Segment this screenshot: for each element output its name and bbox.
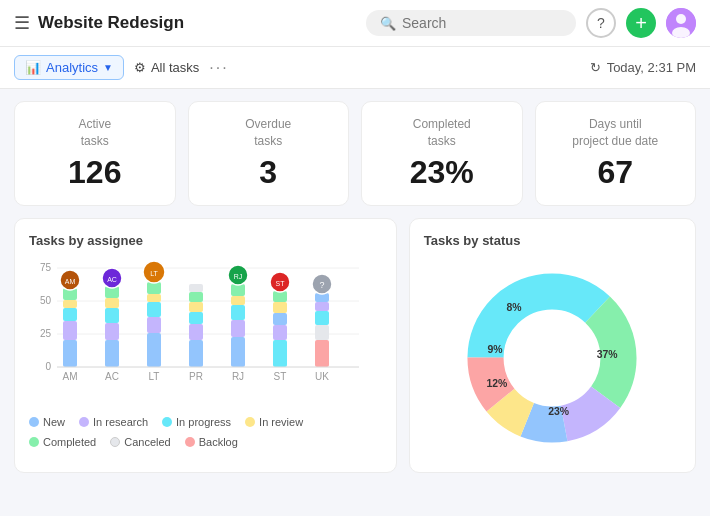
legend-in-review-dot [245, 417, 255, 427]
svg-rect-45 [315, 302, 329, 311]
svg-rect-33 [231, 320, 245, 337]
svg-text:LT: LT [149, 371, 160, 382]
svg-text:UK: UK [315, 371, 329, 382]
svg-text:23%: 23% [549, 406, 570, 417]
svg-rect-39 [273, 313, 287, 325]
donut-chart-card: Tasks by status [409, 218, 696, 473]
charts-row: Tasks by assignee 75 50 25 0 [0, 218, 710, 485]
legend-completed: Completed [29, 436, 96, 448]
svg-text:50: 50 [40, 295, 52, 306]
legend-new: New [29, 416, 65, 428]
svg-text:9%: 9% [488, 344, 503, 355]
svg-rect-16 [105, 340, 119, 367]
svg-rect-14 [63, 300, 77, 308]
svg-text:25: 25 [40, 328, 52, 339]
toolbar: 📊 Analytics ▼ ⚙ All tasks ··· ↻ Today, 2… [0, 47, 710, 89]
legend-in-research: In research [79, 416, 148, 428]
legend-canceled: Canceled [110, 436, 170, 448]
svg-rect-11 [63, 340, 77, 367]
stat-overdue-value: 3 [205, 154, 333, 191]
svg-rect-32 [231, 337, 245, 367]
search-input[interactable] [402, 15, 562, 31]
svg-point-73 [505, 310, 600, 405]
header: ☰ Website Redesign 🔍 ? + [0, 0, 710, 47]
svg-text:12%: 12% [487, 377, 508, 388]
toolbar-right: ↻ Today, 2:31 PM [590, 60, 696, 75]
stat-active-label: Activetasks [31, 116, 159, 150]
stats-row: Activetasks 126 Overduetasks 3 Completed… [0, 89, 710, 218]
svg-rect-40 [273, 302, 287, 313]
svg-rect-24 [147, 294, 161, 302]
svg-rect-27 [189, 324, 203, 340]
legend-in-research-label: In research [93, 416, 148, 428]
svg-rect-18 [105, 308, 119, 323]
svg-rect-26 [189, 340, 203, 367]
svg-rect-28 [189, 312, 203, 324]
stat-completed-value: 23% [378, 154, 506, 191]
legend-new-dot [29, 417, 39, 427]
stat-active-tasks: Activetasks 126 [14, 101, 176, 206]
svg-rect-38 [273, 325, 287, 340]
legend-backlog-dot [185, 437, 195, 447]
stat-days-left: Days untilproject due date 67 [535, 101, 697, 206]
more-button[interactable]: ··· [209, 59, 228, 77]
svg-rect-34 [231, 305, 245, 320]
legend-completed-label: Completed [43, 436, 96, 448]
datetime-label: Today, 2:31 PM [607, 60, 696, 75]
svg-text:ST: ST [276, 280, 286, 287]
svg-rect-19 [105, 298, 119, 308]
legend-new-label: New [43, 416, 65, 428]
svg-rect-37 [273, 340, 287, 367]
donut-chart-title: Tasks by status [424, 233, 681, 248]
svg-rect-17 [105, 323, 119, 340]
analytics-button[interactable]: 📊 Analytics ▼ [14, 55, 124, 80]
avatar [666, 8, 696, 38]
svg-text:AC: AC [107, 276, 117, 283]
filter-icon: ⚙ [134, 60, 146, 75]
stat-days-value: 67 [552, 154, 680, 191]
chevron-down-icon: ▼ [103, 62, 113, 73]
svg-text:PR: PR [189, 371, 203, 382]
bar-chart-title: Tasks by assignee [29, 233, 382, 248]
legend-in-progress-label: In progress [176, 416, 231, 428]
legend-canceled-label: Canceled [124, 436, 170, 448]
svg-rect-29 [189, 302, 203, 312]
svg-rect-23 [147, 302, 161, 317]
legend-canceled-dot [110, 437, 120, 447]
svg-text:LT: LT [150, 270, 158, 277]
svg-text:AM: AM [63, 371, 78, 382]
svg-rect-43 [315, 325, 329, 340]
svg-text:AC: AC [105, 371, 119, 382]
svg-rect-44 [315, 311, 329, 325]
svg-rect-36 [231, 284, 245, 296]
analytics-label: Analytics [46, 60, 98, 75]
svg-rect-12 [63, 321, 77, 340]
legend-backlog-label: Backlog [199, 436, 238, 448]
search-icon: 🔍 [380, 16, 396, 31]
donut-chart-svg: 37% 23% 12% 9% 8% [457, 263, 647, 453]
search-bar[interactable]: 🔍 [366, 10, 576, 36]
header-left: ☰ Website Redesign [14, 12, 356, 34]
svg-rect-31 [189, 284, 203, 292]
bar-chart-card: Tasks by assignee 75 50 25 0 [14, 218, 397, 473]
svg-point-1 [676, 14, 686, 24]
svg-text:RJ: RJ [234, 273, 243, 280]
project-title: Website Redesign [38, 13, 184, 33]
menu-icon[interactable]: ☰ [14, 12, 30, 34]
svg-text:AM: AM [65, 278, 76, 285]
add-button[interactable]: + [626, 8, 656, 38]
svg-rect-13 [63, 308, 77, 321]
filter-button[interactable]: ⚙ All tasks [134, 60, 199, 75]
legend-in-review: In review [245, 416, 303, 428]
svg-rect-30 [189, 292, 203, 302]
svg-text:RJ: RJ [232, 371, 244, 382]
analytics-icon: 📊 [25, 60, 41, 75]
legend-in-progress: In progress [162, 416, 231, 428]
svg-text:75: 75 [40, 262, 52, 273]
help-button[interactable]: ? [586, 8, 616, 38]
stat-active-value: 126 [31, 154, 159, 191]
svg-rect-21 [147, 333, 161, 367]
svg-text:?: ? [319, 280, 324, 290]
bar-chart-svg: 75 50 25 0 [29, 258, 369, 406]
svg-text:0: 0 [45, 361, 51, 372]
